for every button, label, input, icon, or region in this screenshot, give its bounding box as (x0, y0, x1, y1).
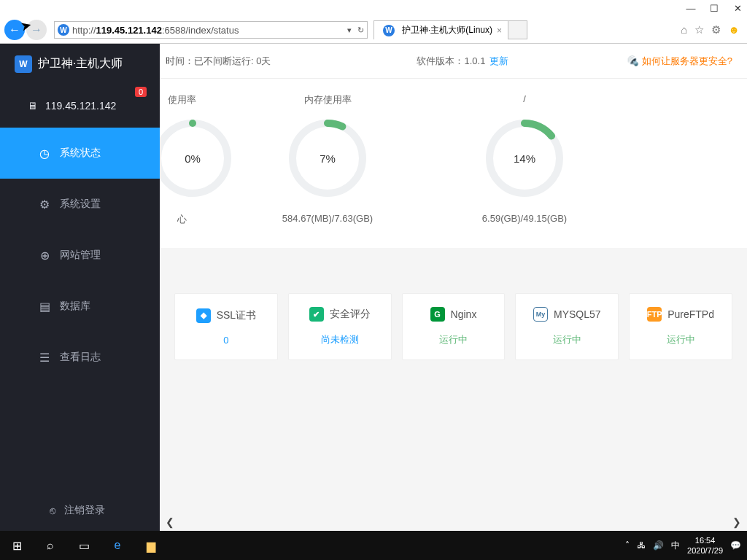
security-tip-link[interactable]: 🔊 如何让服务器更安全? (627, 55, 732, 68)
tab-strip: W 护卫神·主机大师(Linux) × (374, 20, 527, 39)
gauge-ring: 14% (484, 118, 565, 198)
server-ip: 119.45.121.142 (45, 100, 116, 112)
scroll-right-icon[interactable]: ❯ (732, 516, 741, 528)
taskbar-explorer-icon[interactable]: ▆ (134, 531, 168, 560)
browser-navbar: ← → W http://119.45.121.142:6588/index/s… (0, 17, 747, 44)
service-cards: ◆SSL证书 0 ✔安全评分 尚未检测 GNginx 运行中 MyMYSQL57… (160, 248, 747, 375)
server-ip-block[interactable]: 🖥 119.45.121.142 0 (0, 84, 160, 128)
search-button[interactable]: ⌕ (34, 531, 67, 560)
card-status: 尚未检测 (321, 333, 359, 346)
brand-title: 护卫神·主机大师 (38, 56, 123, 71)
start-button[interactable]: ⊞ (0, 531, 34, 560)
card-status: 运行中 (439, 333, 468, 346)
uptime-value: 已不间断运行: 0天 (194, 55, 271, 68)
browser-tab[interactable]: W 护卫神·主机大师(Linux) × (374, 20, 508, 39)
check-icon: ✔ (309, 307, 324, 322)
uptime-label: 时间： (166, 55, 194, 68)
tab-favicon: W (383, 25, 395, 36)
gauge-title: 内存使用率 (247, 93, 408, 105)
smiley-icon[interactable]: ☻ (728, 23, 740, 36)
card-nginx[interactable]: GNginx 运行中 (402, 293, 506, 360)
tray-volume-icon[interactable]: 🔊 (653, 540, 664, 551)
url-text: http://119.45.121.142:6588/index/status (72, 25, 344, 36)
update-link[interactable]: 更新 (489, 55, 508, 68)
sidebar-item-label: 数据库 (60, 300, 90, 313)
sidebar-item-status[interactable]: ◷ 系统状态 (0, 128, 160, 179)
brand: W 护卫神·主机大师 (0, 44, 160, 84)
logout-button[interactable]: ⎋ 注销登录 (0, 490, 160, 531)
logout-icon: ⎋ (50, 505, 55, 516)
taskbar-ie-icon[interactable]: e (101, 531, 134, 560)
forward-button[interactable]: → (26, 20, 47, 40)
windows-taskbar: ⊞ ⌕ ▭ e ▆ ˄ 🖧 🔊 中 16:542020/7/29 💬 (0, 531, 747, 560)
sidebar-item-database[interactable]: ▤ 数据库 (0, 281, 160, 332)
gauge-percent: 0% (160, 118, 233, 198)
refresh-icon[interactable]: ↻ (355, 26, 367, 35)
tray-ime[interactable]: 中 (671, 540, 680, 552)
browser-right-icons: ⌂ ☆ ⚙ ☻ (681, 23, 747, 36)
ftp-icon: FTP (647, 307, 662, 322)
settings-icon[interactable]: ⚙ (711, 23, 721, 36)
globe-icon: ⊕ (38, 249, 51, 262)
card-security[interactable]: ✔安全评分 尚未检测 (288, 293, 392, 360)
card-name: 安全评分 (330, 308, 371, 321)
database-icon: ▤ (38, 300, 51, 314)
card-status: 运行中 (553, 333, 581, 346)
tray-notifications-icon[interactable]: 💬 (730, 540, 741, 551)
gauge-disk: / 14% 6.59(GB)/49.15(GB) (444, 93, 605, 226)
system-tray: ˄ 🖧 🔊 中 16:542020/7/29 💬 (625, 535, 747, 556)
info-bar: 时间： 已不间断运行: 0天 软件版本： 1.0.1 更新 🔊 如何让服务器更安… (160, 44, 747, 79)
gauge-title: 使用率 (160, 93, 211, 105)
home-icon[interactable]: ⌂ (681, 23, 687, 36)
sidebar-item-label: 网站管理 (60, 249, 101, 262)
card-status: 运行中 (667, 333, 695, 346)
window-close[interactable]: ✕ (732, 4, 743, 14)
log-icon: ☰ (38, 351, 51, 365)
window-minimize[interactable]: — (686, 4, 696, 14)
window-titlebar: — ☐ ✕ (0, 0, 747, 17)
brand-shield-icon: W (15, 55, 32, 73)
card-pureftpd[interactable]: FTPPureFTPd 运行中 (629, 293, 732, 360)
speaker-icon: 🔊 (627, 55, 639, 66)
version-label: 软件版本： (417, 55, 464, 68)
card-name: MYSQL57 (554, 308, 601, 320)
mysql-icon: My (533, 307, 548, 322)
version-value: 1.0.1 (464, 55, 485, 66)
main-content: 时间： 已不间断运行: 0天 软件版本： 1.0.1 更新 🔊 如何让服务器更安… (160, 44, 747, 531)
page-content: W 护卫神·主机大师 🖥 119.45.121.142 0 ◷ 系统状态 ⚙ 系… (0, 44, 747, 531)
gauge-cpu: 使用率 0% 心 (160, 93, 211, 226)
sidebar-item-logs[interactable]: ☰ 查看日志 (0, 332, 160, 383)
favorites-icon[interactable]: ☆ (694, 23, 704, 36)
sidebar-item-label: 查看日志 (60, 351, 101, 364)
gauge-footer: 心 (160, 213, 211, 226)
address-bar[interactable]: W http://119.45.121.142:6588/index/statu… (54, 21, 368, 39)
gauge-title: / (444, 93, 605, 105)
card-status: 0 (223, 335, 228, 346)
card-mysql[interactable]: MyMYSQL57 运行中 (515, 293, 619, 360)
gauge-ring: 0% (160, 118, 233, 198)
sidebar-item-label: 系统状态 (60, 147, 101, 160)
monitor-icon: 🖥 (28, 100, 38, 112)
gear-icon: ⚙ (38, 198, 51, 211)
card-ssl[interactable]: ◆SSL证书 0 (174, 293, 278, 360)
url-dropdown-icon[interactable]: ▾ (344, 26, 355, 35)
notification-badge: 0 (135, 87, 147, 97)
tray-network-icon[interactable]: 🖧 (637, 540, 646, 551)
taskview-button[interactable]: ▭ (67, 531, 101, 560)
back-button[interactable]: ← (4, 20, 25, 40)
tray-up-icon[interactable]: ˄ (625, 540, 630, 551)
status-icon: ◷ (38, 147, 51, 160)
gauge-ring: 7% (287, 118, 368, 198)
tab-title: 护卫神·主机大师(Linux) (402, 24, 492, 36)
logout-label: 注销登录 (64, 504, 105, 517)
tab-close-icon[interactable]: × (497, 26, 502, 36)
horizontal-scrollbar[interactable]: ❮ ❯ (160, 513, 747, 531)
sidebar-item-settings[interactable]: ⚙ 系统设置 (0, 179, 160, 230)
gauge-memory: 内存使用率 7% 584.67(MB)/7.63(GB) (247, 93, 408, 226)
window-maximize[interactable]: ☐ (709, 4, 719, 14)
site-favicon: W (58, 24, 69, 36)
taskbar-clock[interactable]: 16:542020/7/29 (687, 535, 723, 556)
scroll-left-icon[interactable]: ❮ (166, 516, 174, 528)
sidebar-item-website[interactable]: ⊕ 网站管理 (0, 230, 160, 281)
new-tab-button[interactable] (508, 20, 527, 39)
